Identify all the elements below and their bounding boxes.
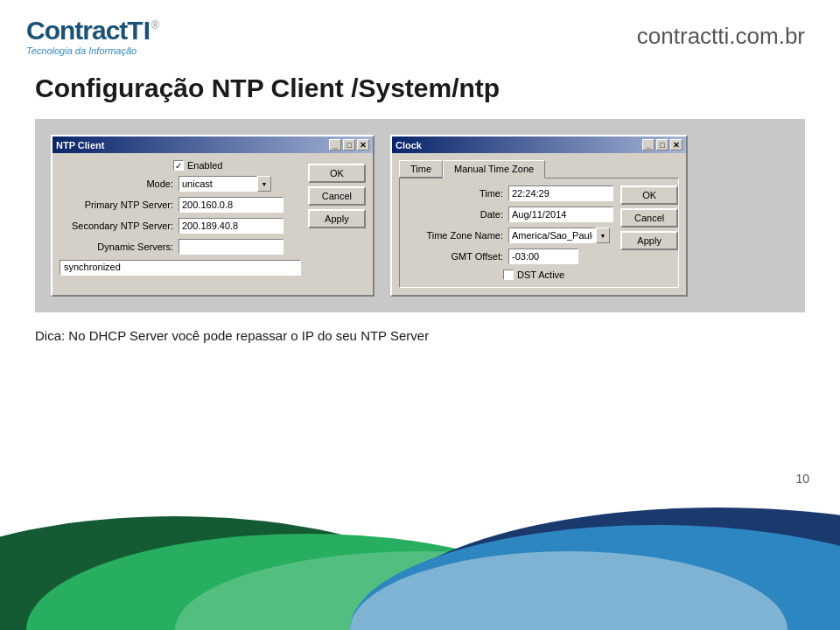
primary-row: Primary NTP Server:: [60, 197, 301, 213]
tab-manual-timezone[interactable]: Manual Time Zone: [443, 160, 545, 178]
clock-minimize-button[interactable]: _: [642, 139, 654, 150]
restore-button[interactable]: □: [343, 139, 355, 150]
secondary-row: Secondary NTP Server:: [60, 218, 301, 234]
dynamic-row: Dynamic Servers:: [60, 239, 301, 255]
page-title-area: Configuração NTP Client /System/ntp: [0, 65, 840, 119]
logo-contract: Contract: [26, 16, 127, 46]
clock-title: Clock: [396, 140, 422, 150]
dst-checkbox[interactable]: [503, 270, 514, 280]
time-row: Time:: [407, 186, 613, 201]
clock-buttons: OK Cancel Apply: [620, 186, 678, 280]
site-url: contractti.com.br: [637, 23, 805, 50]
mode-input[interactable]: [178, 176, 257, 192]
titlebar-buttons: _ □ ✕: [329, 139, 369, 150]
dst-row: DST Active: [503, 270, 613, 280]
mode-label: Mode:: [60, 178, 173, 189]
dialogs-wrapper: NTP Client _ □ ✕ ✓ Enabled: [51, 135, 688, 297]
ntp-cancel-button[interactable]: Cancel: [308, 186, 366, 206]
page-title: Configuração NTP Client /System/ntp: [35, 74, 805, 103]
gmt-input[interactable]: [508, 248, 578, 264]
ntp-apply-button[interactable]: Apply: [308, 209, 366, 228]
mode-select-container: ▼: [178, 176, 271, 192]
clock-form-fields: Time: Date: Time Zone: [407, 186, 613, 280]
timezone-input[interactable]: [508, 228, 596, 243]
mode-dropdown-arrow[interactable]: ▼: [257, 176, 271, 192]
secondary-input[interactable]: [178, 218, 284, 234]
ntp-title: NTP Client: [56, 140, 104, 150]
timezone-row: Time Zone Name: ▼: [407, 228, 613, 243]
dynamic-label: Dynamic Servers:: [60, 242, 173, 252]
logo-registered: ®: [151, 19, 159, 32]
waves-container: [0, 490, 840, 630]
timezone-select-container: ▼: [508, 228, 610, 243]
logo-ti: TI: [127, 16, 150, 46]
ntp-form: ✓ Enabled Mode: ▼: [60, 160, 301, 276]
page-number: 10: [795, 472, 809, 486]
mode-row: Mode: ▼: [60, 176, 301, 192]
ntp-buttons: OK Cancel Apply: [308, 164, 366, 276]
ntp-content: ✓ Enabled Mode: ▼: [52, 153, 373, 283]
ntp-titlebar: NTP Client _ □ ✕: [52, 136, 373, 153]
enabled-checkbox[interactable]: ✓: [173, 160, 184, 171]
header: Contract TI ® Tecnologia da Informação c…: [0, 0, 840, 65]
clock-ok-button[interactable]: OK: [620, 186, 678, 205]
clock-inner: Time: Date: Time Zone: [399, 178, 679, 288]
clock-tabs: Time Manual Time Zone: [399, 160, 679, 178]
close-button[interactable]: ✕: [357, 139, 369, 150]
secondary-label: Secondary NTP Server:: [60, 220, 173, 231]
date-input[interactable]: [508, 206, 613, 222]
gmt-row: GMT Offset:: [407, 248, 613, 264]
enabled-row: ✓ Enabled: [173, 160, 301, 171]
ntp-ok-button[interactable]: OK: [308, 164, 366, 183]
status-bar: synchronized: [60, 260, 301, 276]
time-input[interactable]: [508, 186, 613, 201]
logo-main: Contract TI ®: [26, 16, 159, 46]
timezone-dropdown-arrow[interactable]: ▼: [596, 228, 610, 243]
tab-time[interactable]: Time: [399, 160, 443, 178]
time-label: Time:: [407, 188, 503, 199]
logo-text: Contract TI ® Tecnologia da Informação: [26, 16, 159, 56]
waves-svg: [0, 490, 840, 630]
dynamic-input[interactable]: [178, 239, 284, 255]
clock-titlebar: Clock _ □ ✕: [392, 136, 686, 153]
enabled-label: Enabled: [187, 160, 222, 171]
screenshot-box: NTP Client _ □ ✕ ✓ Enabled: [35, 119, 805, 312]
content-area: NTP Client _ □ ✕ ✓ Enabled: [0, 119, 840, 312]
gmt-label: GMT Offset:: [407, 251, 503, 262]
clock-apply-button[interactable]: Apply: [620, 231, 678, 250]
clock-restore-button[interactable]: □: [656, 139, 668, 150]
date-row: Date:: [407, 206, 613, 222]
clock-content: Time Manual Time Zone Time:: [392, 153, 686, 295]
clock-titlebar-buttons: _ □ ✕: [642, 139, 682, 150]
logo-area: Contract TI ® Tecnologia da Informação: [26, 16, 159, 56]
primary-input[interactable]: [178, 197, 284, 213]
dst-label: DST Active: [517, 270, 564, 280]
ntp-dialog: NTP Client _ □ ✕ ✓ Enabled: [51, 135, 374, 297]
logo-subtitle: Tecnologia da Informação: [26, 46, 159, 56]
clock-dialog: Clock _ □ ✕ Time Manual Time Zone: [390, 135, 688, 297]
tip-text: Dica: No DHCP Server você pode repassar …: [0, 312, 840, 343]
clock-cancel-button[interactable]: Cancel: [620, 208, 678, 228]
date-label: Date:: [407, 209, 503, 220]
minimize-button[interactable]: _: [329, 139, 341, 150]
clock-close-button[interactable]: ✕: [670, 139, 682, 150]
timezone-label: Time Zone Name:: [407, 230, 503, 241]
primary-label: Primary NTP Server:: [60, 200, 173, 210]
clock-form-buttons: Time: Date: Time Zone: [407, 186, 671, 280]
